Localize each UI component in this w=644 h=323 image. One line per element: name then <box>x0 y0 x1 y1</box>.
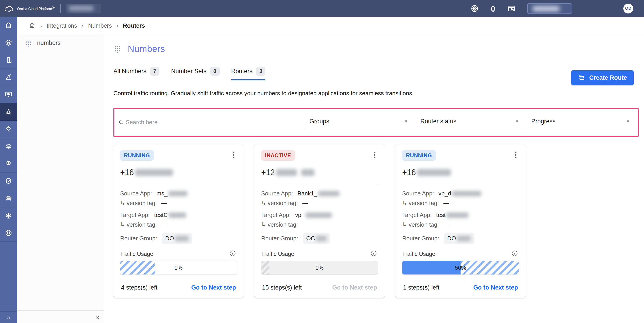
tab-count-badge: 7 <box>150 67 160 76</box>
traffic-usage-label: Traffic Usage <box>402 251 435 257</box>
rail-expand-button[interactable]: » <box>0 311 17 323</box>
go-next-step-link-disabled: Go to Next step <box>332 284 377 291</box>
topbar-icons <box>471 4 516 12</box>
filter-bar-highlighted: Groups ▼ Router status ▼ Progress ▼ <box>114 108 638 137</box>
redacted <box>316 236 327 241</box>
rail-item-cloud[interactable] <box>0 138 17 155</box>
rail-items <box>0 17 17 242</box>
route-icon <box>578 74 586 82</box>
router-status-select[interactable]: Router status ▼ <box>416 118 522 128</box>
info-icon[interactable] <box>511 250 518 258</box>
divider <box>261 184 378 184</box>
version-tag-label: ↳ version tag: <box>402 200 439 207</box>
groups-select[interactable]: Groups ▼ <box>305 118 410 128</box>
home-icon <box>5 22 12 29</box>
router-card: RUNNING ••• +16 Source App: vp_d <box>396 144 526 298</box>
search-icon <box>118 119 124 126</box>
target-app-value: testC <box>154 212 186 218</box>
rail-item-network-active[interactable] <box>0 103 17 120</box>
tab-number-sets[interactable]: Number Sets 0 <box>171 67 220 80</box>
kebab-menu-icon[interactable]: ••• <box>512 150 519 158</box>
scales-icon <box>5 212 12 220</box>
rail-item-user-gear[interactable] <box>0 155 17 172</box>
source-app-value: vp_d <box>438 190 481 197</box>
brand-mark: ® <box>52 6 55 10</box>
info-icon[interactable] <box>229 250 236 258</box>
breadcrumb-separator: › <box>40 22 42 30</box>
rail-item-vector[interactable] <box>0 69 17 86</box>
kebab-menu-icon[interactable]: ••• <box>371 150 378 158</box>
traffic-usage-label: Traffic Usage <box>261 251 294 257</box>
user-avatar[interactable]: OD <box>623 4 633 14</box>
network-icon <box>5 108 12 116</box>
breadcrumb-routers-current: Routers <box>123 22 145 29</box>
rail-item-lifebuoy[interactable] <box>0 224 17 242</box>
tab-count-badge: 3 <box>256 67 266 76</box>
notifications-bell-icon[interactable] <box>489 4 497 12</box>
go-next-step-link[interactable]: Go to Next step <box>191 284 236 291</box>
dialpad-dots-icon <box>25 40 32 47</box>
secondary-sidebar-title: numbers <box>37 40 61 46</box>
lifebuoy-icon <box>5 229 12 237</box>
cloud-icon <box>5 143 12 150</box>
breadcrumb-numbers[interactable]: Numbers <box>88 22 112 29</box>
version-tag-value: — <box>302 221 308 228</box>
rail-item-badge-check[interactable] <box>0 172 17 190</box>
search-input[interactable] <box>126 119 182 126</box>
machine-icon <box>5 194 12 202</box>
rail-item-layers[interactable] <box>0 34 17 52</box>
brand: Omilia Cloud Platform® <box>4 5 54 12</box>
source-app-value: Bank1_ <box>298 190 340 197</box>
steps-left: 1 steps(s) left <box>403 284 440 291</box>
tab-routers-active[interactable]: Routers 3 <box>231 67 266 80</box>
phone-number: +16 <box>120 168 237 177</box>
tabs: All Numbers 7 Number Sets 0 Routers 3 <box>114 67 644 80</box>
tab-all-numbers[interactable]: All Numbers 7 <box>114 67 160 80</box>
brand-text: Omilia Cloud Platform® <box>17 6 54 11</box>
target-app-value: test <box>436 212 469 218</box>
rail-item-chat-insights[interactable] <box>0 86 17 103</box>
topbar: Omilia Cloud Platform® <box>0 0 644 17</box>
breadcrumb-home-icon[interactable] <box>29 22 36 30</box>
router-group-chip: OC <box>303 233 330 244</box>
info-icon[interactable] <box>370 250 377 258</box>
breadcrumb-separator: › <box>82 22 84 30</box>
secondary-sidebar-body <box>17 52 104 310</box>
rail-item-home[interactable] <box>0 17 17 34</box>
window-key-icon[interactable] <box>508 4 516 12</box>
apps-wheel-icon[interactable] <box>471 4 479 12</box>
rail-item-lightbulb[interactable] <box>0 120 17 138</box>
environment-box-redacted[interactable] <box>66 4 101 14</box>
version-tag-label: ↳ version tag: <box>402 221 439 228</box>
rail-item-scales[interactable] <box>0 207 17 224</box>
rail-item-machine[interactable] <box>0 190 17 207</box>
status-badge: INACTIVE <box>261 150 295 160</box>
search-field[interactable] <box>118 119 182 128</box>
create-route-button[interactable]: Create Route <box>571 70 634 85</box>
redacted <box>276 169 297 176</box>
redacted <box>446 212 468 218</box>
topbar-divider <box>60 4 61 13</box>
badge-check-icon <box>5 177 12 185</box>
target-app-label: Target App: <box>402 212 432 218</box>
router-cards: RUNNING ••• +16 Source App: ms_ <box>114 144 644 298</box>
sidebar-collapse-button[interactable]: « <box>17 310 104 323</box>
chevron-down-icon: ▼ <box>404 119 408 124</box>
topbar-select-redacted[interactable] <box>527 3 572 14</box>
traffic-progress-bar: 50% <box>402 261 519 275</box>
breadcrumb-integrations[interactable]: Integrations <box>46 22 77 29</box>
steps-left: 4 steps(s) left <box>121 284 158 291</box>
redacted <box>135 169 173 176</box>
vector-triangle-icon <box>5 74 12 81</box>
secondary-sidebar-header[interactable]: numbers <box>17 35 104 52</box>
go-next-step-link[interactable]: Go to Next step <box>473 284 518 291</box>
rail-item-blocks[interactable] <box>0 52 17 69</box>
omilia-logo-icon <box>4 5 14 12</box>
kebab-menu-icon[interactable]: ••• <box>230 150 237 158</box>
progress-select[interactable]: Progress ▼ <box>527 118 632 128</box>
router-group-chip: DO <box>444 233 474 244</box>
redacted <box>417 169 451 176</box>
version-tag-label: ↳ version tag: <box>261 200 298 207</box>
target-app-label: Target App: <box>120 212 150 218</box>
traffic-percent: 50% <box>402 261 519 274</box>
